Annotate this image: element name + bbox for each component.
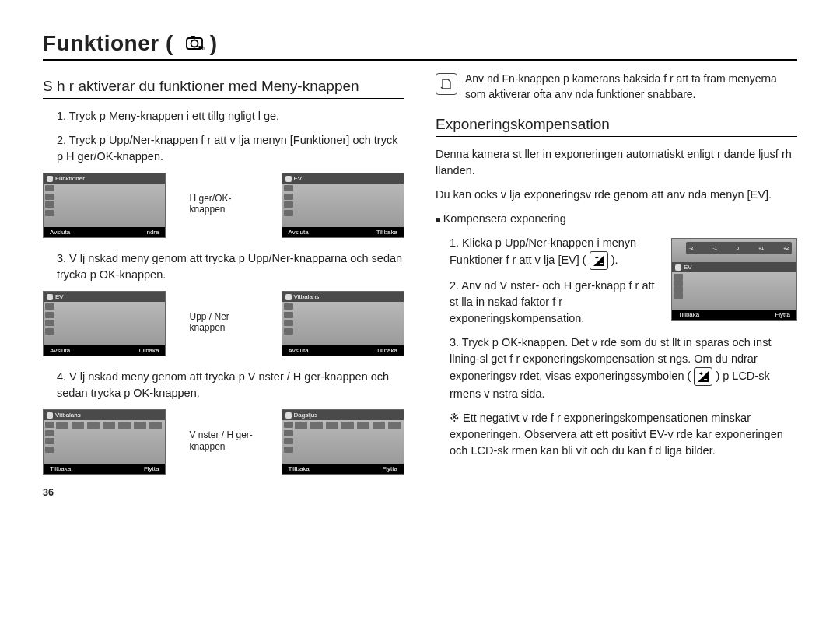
title-text: Funktioner ( (43, 31, 173, 55)
fn-note: Anv nd Fn-knappen p kamerans baksida f r… (436, 72, 797, 102)
shot-foot-right: Flytta (144, 465, 159, 472)
shot-foot-left: Avsluta (289, 347, 309, 354)
step-2: 2. Tryck p Upp/Ner-knappen f r att v lja… (43, 132, 404, 165)
shot-foot-left: Avsluta (50, 347, 70, 354)
ev-step-1a: 1. Klicka p Upp/Ner-knappen i menyn Funk… (450, 236, 636, 266)
ui-shot-ev-2: EV AvslutaTillbaka (43, 291, 166, 356)
ev-bullet: Kompensera exponering (436, 211, 797, 227)
ui-shot-ev-scale: -2 -1 0 +1 +2 EV TillbakaFlytta (671, 238, 797, 321)
ev-tick: 0 (737, 246, 739, 250)
svg-text:−: − (600, 260, 604, 267)
right-column: Anv nd Fn-knappen p kamerans baksida f r… (436, 72, 797, 498)
camera-fn-icon: Fn (184, 35, 210, 54)
svg-text:Fn: Fn (198, 45, 205, 51)
ev-plusminus-icon: +− (694, 367, 712, 386)
shot-foot-left: Avsluta (50, 229, 70, 236)
ev-plusminus-icon: +− (590, 251, 608, 270)
ev-star-note: ※ Ett negativt v rde f r exponeringskomp… (436, 410, 797, 459)
pair-label-3: V nster / H ger-knappen (189, 409, 257, 452)
shot-foot-right: Flytta (775, 311, 790, 318)
step-3: 3. V lj nskad meny genom att trycka p Up… (43, 250, 404, 283)
shot-foot-left: Avsluta (289, 229, 309, 236)
ui-shot-vitbalans-2: Vitbalans TillbakaFlytta (43, 409, 166, 475)
shot-foot-right: ndra (146, 229, 159, 236)
ev-step-3: 3. Tryck p OK-knappen. Det v rde som du … (436, 335, 797, 402)
shot-foot-right: Tillbaka (376, 229, 397, 236)
ui-shot-funktioner: Funktioner Avsluta ndra (43, 173, 166, 238)
pair-label-1: H ger/OK-knappen (189, 173, 257, 215)
shot-foot-left: Tillbaka (289, 465, 310, 472)
ev-tick: -1 (712, 246, 716, 250)
title-close: ) (210, 31, 218, 55)
ev-tick: +1 (758, 246, 764, 250)
ev-tick: -2 (689, 246, 693, 250)
shot-title: Funktioner (55, 175, 85, 182)
svg-text:+: + (595, 254, 599, 261)
shot-title: EV (294, 175, 303, 182)
svg-rect-1 (191, 36, 195, 39)
shot-foot-right: Tillbaka (138, 347, 159, 354)
ui-shot-vitbalans-1: Vitbalans AvslutaTillbaka (282, 291, 404, 356)
shot-foot-left: Tillbaka (50, 465, 71, 472)
svg-text:+: + (699, 370, 703, 377)
pair-label-2: Upp / Ner knappen (189, 291, 257, 334)
svg-text:−: − (704, 376, 708, 383)
svg-point-2 (191, 40, 198, 47)
left-subhead: S h r aktiverar du funktioner med Meny-k… (43, 78, 404, 99)
shot-title: Vitbalans (55, 412, 81, 419)
left-column: S h r aktiverar du funktioner med Meny-k… (43, 72, 404, 498)
note-icon (436, 73, 457, 95)
step-1: 1. Tryck p Meny-knappen i ett tillg ngli… (43, 108, 404, 124)
shot-foot-right: Flytta (382, 465, 397, 472)
step-4: 4. V lj nskad meny genom att trycka p V … (43, 369, 404, 401)
shot-foot-left: Tillbaka (678, 311, 699, 318)
ev-step-1b: ). (611, 254, 618, 266)
ui-shot-dagsljus: Dagsljus TillbakaFlytta (282, 409, 404, 475)
ev-intro-1: Denna kamera st ller in exponeringen aut… (436, 146, 797, 179)
shot-title: EV (55, 293, 64, 300)
shot-title: Dagsljus (294, 412, 318, 419)
page-title: Funktioner ( Fn ) (43, 31, 797, 61)
ui-shot-ev-1: EV AvslutaTillbaka (282, 173, 404, 238)
shot-foot-right: Tillbaka (376, 347, 397, 354)
ev-tick: +2 (783, 246, 789, 250)
shot-title: Vitbalans (294, 293, 320, 300)
ev-intro-2: Du kan ocks v lja exponeringsv rde genom… (436, 187, 797, 203)
shot-title: EV (684, 264, 692, 271)
right-subhead: Exponeringskompensation (436, 116, 797, 137)
note-text: Anv nd Fn-knappen p kamerans baksida f r… (465, 72, 797, 102)
page-number: 36 (43, 487, 404, 498)
